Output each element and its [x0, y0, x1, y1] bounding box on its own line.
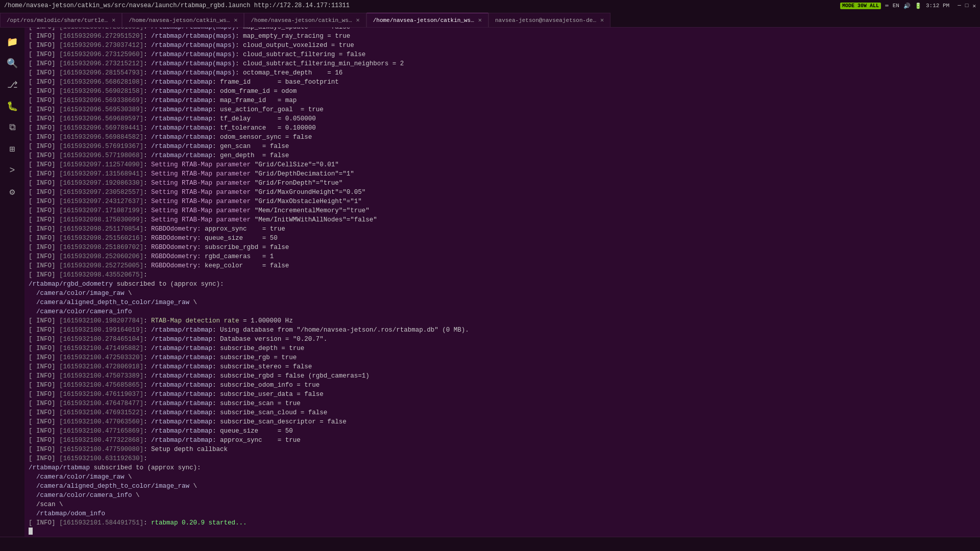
terminal-cursor [29, 528, 33, 535]
terminal-line: /scan \ [29, 500, 976, 509]
terminal-line: [ INFO] [1615932096.281554793]: /rtabmap… [29, 68, 976, 78]
terminal-line: [ INFO] [1615932100.199164019]: /rtabmap… [29, 325, 976, 335]
terminal-line: [ INFO] [1615932100.631192630]: [29, 454, 976, 463]
terminal-line: [ INFO] [1615932100.476119037]: /rtabmap… [29, 390, 976, 399]
terminal-cursor-line [29, 528, 976, 535]
terminal-line: [ INFO] [1615932100.472806918]: /rtabmap… [29, 362, 976, 371]
sidebar: 📁🔍⎇🐛⧉⊞>⚙ [0, 28, 24, 537]
terminal-icon[interactable]: > [2, 160, 22, 181]
terminal-line: [ INFO] [1615932100.477063560]: /rtabmap… [29, 417, 976, 427]
tab-close-tab3[interactable]: ✕ [356, 16, 359, 24]
tab-tab1[interactable]: /opt/ros/melodic/share/turtlebot3_bringu… [0, 13, 122, 27]
terminal-line: [ INFO] [1615932096.273215212]: /rtabmap… [29, 59, 976, 68]
terminal-line: [ INFO] [1615932100.476478477]: /rtabmap… [29, 399, 976, 408]
status-bar [0, 537, 980, 551]
tab-close-tab5[interactable]: ✕ [600, 16, 604, 24]
terminal-line: [ INFO] [1615932098.252725005]: RGBDOdom… [29, 261, 976, 270]
tab-close-tab1[interactable]: ✕ [112, 16, 115, 24]
search-icon[interactable]: 🔍 [2, 53, 22, 73]
title-bar-right: MODE 30W ALL ⌨ EN 🔊 🔋 3:12 PM ─ □ ✕ [840, 3, 976, 9]
terminal-line: [ INFO] [1615932096.569789441]: /rtabmap… [29, 123, 976, 133]
tab-bar: /opt/ros/melodic/share/turtlebot3_bringu… [0, 11, 980, 28]
terminal-line: [ INFO] [1615932100.477322868]: /rtabmap… [29, 436, 976, 445]
settings-icon[interactable]: ⚙ [2, 182, 22, 202]
files-icon[interactable]: 📁 [2, 32, 22, 52]
keyboard-icon: ⌨ [885, 3, 889, 9]
git-icon[interactable]: ⎇ [2, 74, 22, 95]
terminal-line: [ INFO] [1615932100.477165869]: /rtabmap… [29, 427, 976, 436]
terminal-line: [ INFO] [1615932096.568628108]: /rtabmap… [29, 78, 976, 87]
title-bar: /home/navsea-jetson/catkin_ws/src/navsea… [0, 0, 980, 11]
terminal-line: [ INFO] [1615932100.476931522]: /rtabmap… [29, 408, 976, 417]
terminal-line: [ INFO] [1615932096.569028158]: /rtabmap… [29, 87, 976, 96]
terminal-line: /camera/color/camera_info \ [29, 491, 976, 500]
speaker-icon: 🔊 [903, 3, 911, 9]
terminal-line: [ INFO] [1615932096.577198068]: /rtabmap… [29, 151, 976, 160]
terminal-line: [ INFO] [1615932100.471495882]: /rtabmap… [29, 344, 976, 353]
terminal-line: [ INFO] [1615932100.477590080]: Setup de… [29, 445, 976, 454]
terminal-line: /camera/color/image_raw \ [29, 472, 976, 482]
tab-tab3[interactable]: /home/navsea-jetson/catkin_ws/src/realse… [244, 13, 366, 27]
battery-icon: 🔋 [915, 3, 922, 9]
tab-close-tab4[interactable]: ✕ [478, 16, 482, 24]
terminal-line: [ INFO] [1615932096.272861051]: /rtabmap… [29, 28, 976, 32]
terminal-line: [ INFO] [1615932098.252060206]: RGBDOdom… [29, 252, 976, 261]
terminal-line: [ INFO] [1615932096.576919367]: /rtabmap… [29, 142, 976, 151]
terminal-line: [ INFO] [1615932098.251170854]: RGBDOdom… [29, 224, 976, 234]
terminal-area[interactable]: [ INFO] [1615932096.272735670]: /rtabmap… [24, 28, 980, 537]
terminal-line: /camera/color/image_raw \ [29, 289, 976, 298]
lang-indicator: EN [893, 3, 899, 9]
terminal-line: [ INFO] [1615932100.278465104]: /rtabmap… [29, 335, 976, 344]
tab-close-tab2[interactable]: ✕ [234, 16, 237, 24]
terminal-line: [ INFO] [1615932097.192086330]: Setting … [29, 179, 976, 188]
terminal-line: [ INFO] [1615932096.569884582]: /rtabmap… [29, 133, 976, 142]
time-display: 3:12 PM [926, 3, 949, 9]
terminal-line: [ INFO] [1615932096.273125960]: /rtabmap… [29, 50, 976, 59]
terminal-line: [ INFO] [1615932100.198207784]: RTAB-Map… [29, 316, 976, 325]
terminal-line: [ INFO] [1615932098.435520675]: [29, 270, 976, 280]
tab-tab2[interactable]: /home/navsea-jetson/catkin_ws/src/navsea… [122, 13, 244, 27]
terminal-line: [ INFO] [1615932096.569338669]: /rtabmap… [29, 96, 976, 105]
terminal-line: [ INFO] [1615932096.569689597]: /rtabmap… [29, 114, 976, 123]
debug-icon[interactable]: 🐛 [2, 96, 22, 116]
remote-icon[interactable]: ⊞ [2, 139, 22, 159]
window-maximize[interactable]: □ [965, 3, 969, 9]
terminal-line: [ INFO] [1615932097.243127637]: Setting … [29, 197, 976, 206]
terminal-line: [ INFO] [1615932097.230582557]: Setting … [29, 188, 976, 197]
terminal-line: [ INFO] [1615932100.472503320]: /rtabmap… [29, 353, 976, 362]
title-bar-text: /home/navsea-jetson/catkin_ws/src/navsea… [4, 2, 840, 9]
tab-tab4[interactable]: /home/navsea-jetson/catkin_ws/src/navsea… [366, 13, 488, 27]
terminal-line: /rtabmap/odom_info [29, 509, 976, 518]
terminal-line: [ INFO] [1615932097.171087199]: Setting … [29, 206, 976, 215]
terminal-line: /rtabmap/rgbd_odometry subscribed to (ap… [29, 280, 976, 289]
terminal-line: [ INFO] [1615932096.272951520]: /rtabmap… [29, 32, 976, 41]
terminal-line: /camera/aligned_depth_to_color/image_raw… [29, 298, 976, 307]
terminal-line: [ INFO] [1615932100.475685865]: /rtabmap… [29, 381, 976, 390]
terminal-line: /camera/aligned_depth_to_color/image_raw… [29, 482, 976, 491]
terminal-line: [ INFO] [1615932098.175030099]: Setting … [29, 215, 976, 224]
terminal-line: [ INFO] [1615932096.569530389]: /rtabmap… [29, 105, 976, 114]
terminal-line: /rtabmap/rtabmap subscribed to (approx s… [29, 463, 976, 472]
window-close[interactable]: ✕ [972, 3, 976, 9]
terminal-line: [ INFO] [1615932101.584491751]: rtabmap … [29, 518, 976, 528]
terminal-line: [ INFO] [1615932100.475073389]: /rtabmap… [29, 371, 976, 381]
terminal-line: [ INFO] [1615932098.251869702]: RGBDOdom… [29, 243, 976, 252]
window-minimize[interactable]: ─ [958, 3, 961, 9]
terminal-line: /camera/color/camera_info [29, 307, 976, 316]
terminal-line: [ INFO] [1615932096.273037412]: /rtabmap… [29, 41, 976, 50]
nvidia-badge: MODE 30W ALL [840, 3, 881, 9]
terminal-line: [ INFO] [1615932098.251560216]: RGBDOdom… [29, 234, 976, 243]
terminal-line: [ INFO] [1615932097.131568941]: Setting … [29, 169, 976, 179]
tab-tab5[interactable]: navsea-jetson@navseajetson-desktop: ~✕ [488, 13, 610, 27]
extensions-icon[interactable]: ⧉ [2, 117, 22, 138]
terminal-line: [ INFO] [1615932097.112574090]: Setting … [29, 160, 976, 169]
